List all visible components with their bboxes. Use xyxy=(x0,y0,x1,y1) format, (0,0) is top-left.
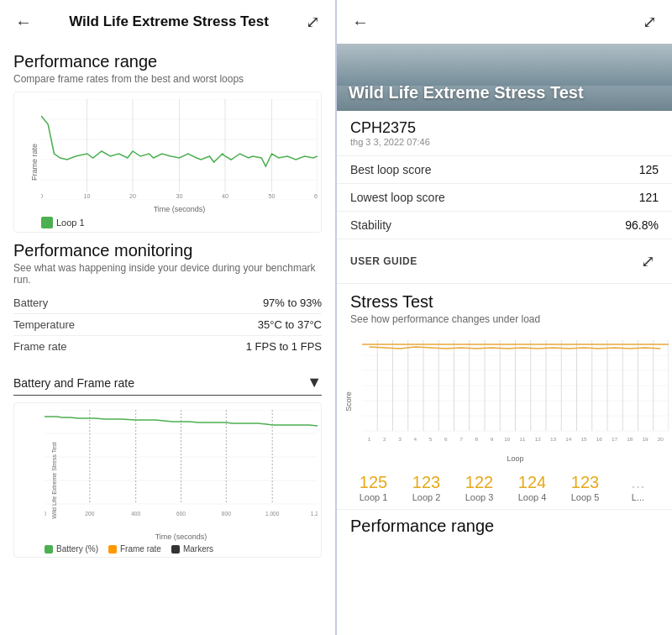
markers-color-dot xyxy=(171,545,180,554)
best-loop-row: Best loop score 125 xyxy=(337,156,672,184)
battery-color-dot xyxy=(45,545,53,554)
svg-text:13: 13 xyxy=(550,436,557,442)
device-date: thg 3 3, 2022 07:46 xyxy=(350,137,659,147)
stress-chart-area: Score 120 100 80 60 40 20 0 xyxy=(337,337,672,466)
dropdown-label: Battery and Frame rate xyxy=(13,376,307,390)
right-header: ← ⤢ xyxy=(337,0,672,44)
loop-4-score: 124 xyxy=(509,473,555,492)
stress-chart-svg: 120 100 80 60 40 20 0 xyxy=(362,340,669,449)
svg-text:30: 30 xyxy=(176,193,183,200)
left-back-button[interactable]: ← xyxy=(12,9,35,35)
loop-scores: 125 Loop 1 123 Loop 2 122 Loop 3 124 Loo… xyxy=(337,466,672,509)
svg-text:600: 600 xyxy=(176,511,186,517)
lowest-loop-label: Lowest loop score xyxy=(350,191,445,204)
svg-text:18: 18 xyxy=(627,436,633,442)
loop-1-label: Loop 1 xyxy=(350,492,396,502)
markers-legend-label: Markers xyxy=(183,544,213,554)
loop-2-score: 123 xyxy=(403,473,449,492)
svg-text:4: 4 xyxy=(414,436,417,442)
battery-x-label: Time (seconds) xyxy=(45,533,318,541)
left-panel: ← Wild Life Extreme Stress Test ⤢ Perfor… xyxy=(0,0,337,635)
stability-row: Stability 96.8% xyxy=(337,212,672,239)
device-name: CPH2375 xyxy=(350,119,659,137)
framerate-legend-item: Frame rate xyxy=(108,544,161,554)
stress-y-label: Score xyxy=(344,391,353,412)
loop-1-score: 125 xyxy=(350,473,396,492)
loop-more-item: ... L... xyxy=(615,473,661,502)
loop-3-item: 122 Loop 3 xyxy=(456,473,502,502)
loop-5-item: 123 Loop 5 xyxy=(562,473,608,502)
best-loop-value: 125 xyxy=(639,163,659,176)
perf-y-label: Frame rate xyxy=(30,144,39,181)
loop-4-item: 124 Loop 4 xyxy=(509,473,555,502)
right-perf-range-title: Performance range xyxy=(350,517,659,536)
perf-legend: Loop 1 xyxy=(41,217,318,228)
right-perf-range: Performance range xyxy=(337,509,672,541)
loop-4-label: Loop 4 xyxy=(509,492,555,502)
perf-range-svg: 1,5 1,2 0,9 0,6 0,3 0,0 0 10 20 30 40 50… xyxy=(41,99,318,200)
perf-monitoring-subtitle: See what was happening inside your devic… xyxy=(13,262,322,286)
loop-5-score: 123 xyxy=(562,473,608,492)
stress-test-title: Stress Test xyxy=(350,292,659,312)
loop-more-score: ... xyxy=(615,473,661,492)
battery-label: Battery xyxy=(13,297,48,309)
left-share-button[interactable]: ⤢ xyxy=(302,8,323,35)
svg-text:50: 50 xyxy=(269,193,276,200)
device-info: CPH2375 thg 3 3, 2022 07:46 xyxy=(337,111,672,156)
perf-monitoring-section: Performance monitoring See what was happ… xyxy=(13,241,322,357)
user-guide-row[interactable]: USER GUIDE ⤢ xyxy=(337,239,672,284)
svg-text:1.200: 1.200 xyxy=(311,511,318,517)
framerate-label: Frame rate xyxy=(13,340,67,353)
svg-text:16: 16 xyxy=(596,436,603,442)
hero-image: Wild Life Extreme Stress Test xyxy=(337,44,672,111)
loop-1-item: 125 Loop 1 xyxy=(350,473,396,502)
svg-text:5: 5 xyxy=(429,436,433,442)
svg-text:1.000: 1.000 xyxy=(265,511,280,517)
svg-text:0: 0 xyxy=(41,193,43,200)
lowest-loop-row: Lowest loop score 121 xyxy=(337,184,672,212)
battery-legend-label: Battery (%) xyxy=(56,544,98,554)
svg-text:2: 2 xyxy=(383,436,386,442)
right-panel: ← ⤢ Wild Life Extreme Stress Test CPH237… xyxy=(337,0,672,635)
loop1-legend-label: Loop 1 xyxy=(56,218,85,228)
svg-text:10: 10 xyxy=(504,436,511,442)
battery-legend: Battery (%) Frame rate Markers xyxy=(45,544,318,554)
svg-text:12: 12 xyxy=(535,436,542,442)
framerate-color-dot xyxy=(108,545,117,554)
svg-text:800: 800 xyxy=(222,511,231,517)
right-share-button[interactable]: ⤢ xyxy=(639,8,660,35)
battery-framerate-dropdown[interactable]: Battery and Frame rate ▼ xyxy=(13,367,322,396)
left-title: Wild Life Extreme Stress Test xyxy=(35,13,302,30)
right-back-button[interactable]: ← xyxy=(349,9,372,35)
best-loop-label: Best loop score xyxy=(350,163,432,176)
battery-value: 97% to 93% xyxy=(263,297,322,309)
svg-text:3: 3 xyxy=(398,436,402,442)
battery-row: Battery 97% to 93% xyxy=(13,292,322,314)
stress-x-label: Loop xyxy=(362,454,669,463)
temperature-row: Temperature 35°C to 37°C xyxy=(13,314,322,336)
svg-text:15: 15 xyxy=(581,436,588,442)
framerate-legend-label: Frame rate xyxy=(120,544,161,554)
svg-text:400: 400 xyxy=(131,511,140,517)
loop-2-item: 123 Loop 2 xyxy=(403,473,449,502)
dropdown-arrow-icon: ▼ xyxy=(307,374,322,391)
svg-text:6: 6 xyxy=(444,436,448,442)
perf-monitoring-title: Performance monitoring xyxy=(13,241,322,260)
svg-text:40: 40 xyxy=(222,193,228,200)
battery-chart-svg: 100 80 60 40 20 0 0 200 400 600 800 1.00… xyxy=(45,410,318,527)
loop1-legend-color xyxy=(41,217,53,228)
perf-range-title: Performance range xyxy=(13,52,322,71)
svg-text:19: 19 xyxy=(643,436,649,442)
svg-text:20: 20 xyxy=(658,436,664,442)
stability-label: Stability xyxy=(350,218,391,232)
markers-legend-item: Markers xyxy=(171,544,213,554)
user-guide-share-icon[interactable]: ⤢ xyxy=(638,248,659,275)
svg-text:10: 10 xyxy=(83,193,90,200)
loop-3-score: 122 xyxy=(456,473,502,492)
svg-text:8: 8 xyxy=(475,436,479,442)
svg-text:20: 20 xyxy=(129,193,136,200)
temperature-value: 35°C to 37°C xyxy=(258,318,322,331)
battery-chart-y-label: Wild Life Extreme Stress Test xyxy=(51,442,57,518)
loop-2-label: Loop 2 xyxy=(403,492,449,502)
perf-x-label: Time (seconds) xyxy=(41,205,318,213)
